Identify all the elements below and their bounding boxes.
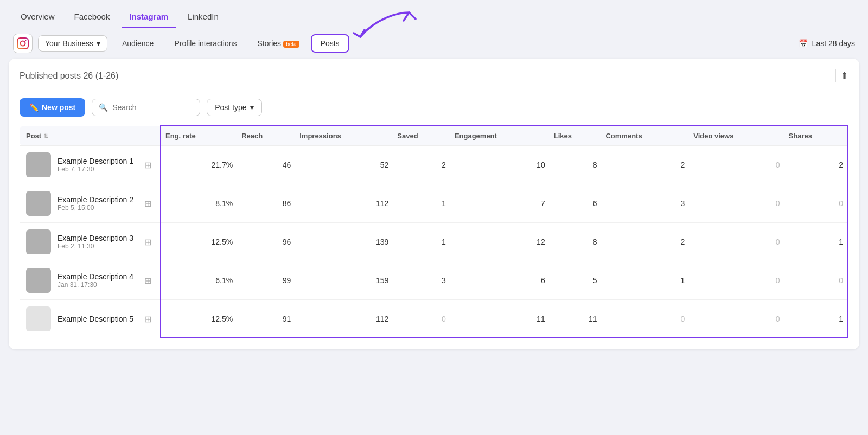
- col-header-reach[interactable]: Reach: [237, 126, 295, 146]
- date-range-selector[interactable]: 📅 Last 28 days: [799, 39, 855, 48]
- shares-cell: 0: [784, 184, 848, 223]
- tab-stories[interactable]: Storiesbeta: [248, 35, 309, 52]
- saved-cell: 1: [393, 223, 450, 261]
- post-type-icon: ⊞: [144, 237, 151, 247]
- engagement-cell: 6: [450, 261, 550, 300]
- reach-cell: 99: [237, 261, 295, 300]
- eng-rate-cell: 21.7%: [161, 146, 237, 184]
- svg-point-2: [25, 40, 26, 41]
- col-header-video-views[interactable]: Video views: [689, 126, 784, 146]
- comments-cell: 2: [601, 223, 689, 261]
- video-views-cell: 0: [689, 146, 784, 184]
- posts-table: Post ⇅ Eng. rate Reach Impressions Saved: [20, 125, 848, 338]
- reach-cell: 96: [237, 223, 295, 261]
- table-row: Example Description 5 ⊞ 12.5% 91 112 0 1…: [20, 300, 848, 338]
- col-header-eng-rate[interactable]: Eng. rate: [161, 126, 237, 146]
- search-input-wrap: 🔍: [92, 99, 200, 116]
- shares-cell: 0: [784, 261, 848, 300]
- col-header-engagement[interactable]: Engagement: [450, 126, 550, 146]
- eng-rate-cell: 6.1%: [161, 261, 237, 300]
- post-date: Feb 2, 11:30: [58, 242, 133, 250]
- table-row: Example Description 4 Jan 31, 17:30 ⊞ 6.…: [20, 261, 848, 300]
- post-type-icon: ⊞: [144, 314, 151, 324]
- impressions-cell: 159: [295, 261, 393, 300]
- reach-cell: 91: [237, 300, 295, 338]
- export-button[interactable]: ⬆: [840, 70, 848, 82]
- table-row: Example Description 3 Feb 2, 11:30 ⊞ 12.…: [20, 223, 848, 261]
- nav-item-facebook[interactable]: Facebook: [67, 7, 118, 28]
- col-header-likes[interactable]: Likes: [550, 126, 602, 146]
- new-post-button[interactable]: ✏️ New post: [20, 98, 85, 117]
- business-name: Your Business: [45, 39, 93, 48]
- section-title: Published posts 26 (1-26): [20, 71, 118, 81]
- likes-cell: 6: [550, 184, 602, 223]
- post-thumbnail: [26, 229, 51, 254]
- tab-posts[interactable]: Posts: [311, 34, 349, 53]
- impressions-cell: 112: [295, 184, 393, 223]
- eng-rate-cell: 8.1%: [161, 184, 237, 223]
- video-views-cell: 0: [689, 184, 784, 223]
- eng-rate-cell: 12.5%: [161, 300, 237, 338]
- saved-cell: 2: [393, 146, 450, 184]
- post-cell: Example Description 4 Jan 31, 17:30 ⊞: [20, 261, 161, 300]
- engagement-cell: 11: [450, 300, 550, 338]
- tab-audience[interactable]: Audience: [113, 35, 163, 52]
- shares-cell: 1: [784, 300, 848, 338]
- svg-rect-0: [17, 38, 28, 49]
- toolbar: ✏️ New post 🔍 Post type ▾: [20, 98, 848, 117]
- likes-cell: 11: [550, 300, 602, 338]
- instagram-logo: [13, 34, 33, 53]
- tab-profile-interactions[interactable]: Profile interactions: [165, 35, 246, 52]
- header-actions: ⬆: [835, 69, 848, 82]
- col-header-post[interactable]: Post ⇅: [20, 126, 161, 146]
- chevron-down-icon: ▾: [97, 39, 100, 48]
- comments-cell: 1: [601, 261, 689, 300]
- impressions-cell: 112: [295, 300, 393, 338]
- nav-item-instagram[interactable]: Instagram: [122, 7, 176, 28]
- likes-cell: 8: [550, 146, 602, 184]
- video-views-cell: 0: [689, 223, 784, 261]
- post-description: Example Description 5: [58, 315, 133, 323]
- nav-item-linkedin[interactable]: LinkedIn: [180, 7, 226, 28]
- search-input[interactable]: [112, 103, 193, 112]
- saved-cell: 3: [393, 261, 450, 300]
- post-date: Feb 7, 17:30: [58, 165, 133, 173]
- shares-cell: 1: [784, 223, 848, 261]
- reach-cell: 86: [237, 184, 295, 223]
- section-header: Published posts 26 (1-26) ⬆: [20, 69, 848, 89]
- nav-item-overview[interactable]: Overview: [13, 7, 62, 28]
- post-type-icon: ⊞: [144, 160, 151, 170]
- main-content: Published posts 26 (1-26) ⬆ ✏️ New post …: [9, 59, 859, 349]
- business-selector[interactable]: Your Business ▾: [38, 35, 107, 52]
- post-thumbnail: [26, 306, 51, 331]
- saved-cell: 1: [393, 184, 450, 223]
- post-type-icon: ⊞: [144, 199, 151, 209]
- saved-cell: 0: [393, 300, 450, 338]
- comments-cell: 3: [601, 184, 689, 223]
- chevron-down-icon: ▾: [250, 103, 254, 112]
- post-description: Example Description 4: [58, 272, 133, 281]
- col-header-impressions[interactable]: Impressions: [295, 126, 393, 146]
- post-type-dropdown[interactable]: Post type ▾: [207, 99, 261, 116]
- shares-cell: 2: [784, 146, 848, 184]
- engagement-cell: 7: [450, 184, 550, 223]
- col-header-saved[interactable]: Saved: [393, 126, 450, 146]
- post-cell: Example Description 3 Feb 2, 11:30 ⊞: [20, 223, 161, 261]
- post-cell: Example Description 5 ⊞: [20, 300, 161, 338]
- col-header-shares[interactable]: Shares: [784, 126, 848, 146]
- post-description: Example Description 2: [58, 195, 133, 204]
- video-views-cell: 0: [689, 300, 784, 338]
- calendar-icon: 📅: [799, 39, 808, 48]
- sort-icon: ⇅: [43, 133, 48, 139]
- comments-cell: 0: [601, 300, 689, 338]
- post-description: Example Description 3: [58, 234, 133, 242]
- col-header-comments[interactable]: Comments: [601, 126, 689, 146]
- eng-rate-cell: 12.5%: [161, 223, 237, 261]
- post-thumbnail: [26, 152, 51, 177]
- likes-cell: 8: [550, 223, 602, 261]
- post-date: Feb 5, 15:00: [58, 204, 133, 212]
- reach-cell: 46: [237, 146, 295, 184]
- post-description: Example Description 1: [58, 157, 133, 165]
- top-navigation: Overview Facebook Instagram LinkedIn: [0, 0, 868, 28]
- table-row: Example Description 2 Feb 5, 15:00 ⊞ 8.1…: [20, 184, 848, 223]
